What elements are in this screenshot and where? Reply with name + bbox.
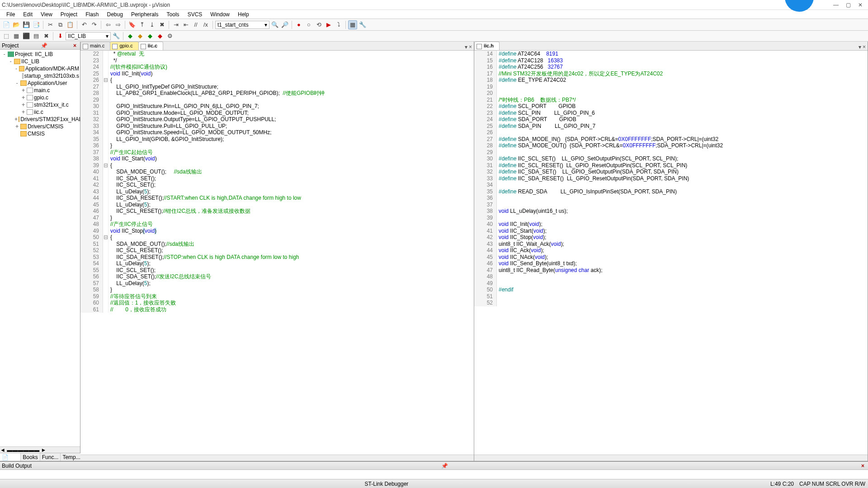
- saveall-icon[interactable]: 📑: [32, 20, 41, 29]
- save-icon[interactable]: 💾: [22, 20, 31, 29]
- tree-node[interactable]: +iic.c: [0, 108, 80, 116]
- editor-left: main.cgpio.ciic.c▾ × 22 * @retval 无23 */…: [80, 42, 474, 461]
- panel-tab[interactable]: Func...: [40, 453, 61, 461]
- translate-icon[interactable]: ⬚: [2, 32, 11, 41]
- tree-node[interactable]: +stm32f1xx_it.c: [0, 101, 80, 108]
- nav-fwd-icon[interactable]: ⇨: [113, 20, 123, 29]
- indent-icon[interactable]: ⇥: [171, 20, 180, 29]
- debug-stop-icon[interactable]: ○: [304, 20, 313, 29]
- build-output-body[interactable]: [0, 470, 868, 479]
- copy-icon[interactable]: ⧉: [56, 20, 65, 29]
- find-combo[interactable]: t1_start_cnts▾: [215, 21, 269, 29]
- tree-node[interactable]: startup_stm32f103xb.s: [0, 72, 80, 80]
- editor-tab[interactable]: iic.c: [138, 42, 163, 50]
- tabstrip-left: main.cgpio.ciic.c▾ ×: [80, 42, 474, 51]
- config-icon[interactable]: 🔧: [358, 20, 367, 29]
- tree-node[interactable]: -Project: IIC_LIB: [0, 51, 80, 58]
- project-tree[interactable]: -Project: IIC_LIB-IIC_LIB-Application/MD…: [0, 50, 80, 446]
- tree-node[interactable]: -Application/MDK-ARM: [0, 65, 80, 72]
- editor-hscroll[interactable]: [474, 455, 868, 461]
- status-cursor-pos: L:49 C:20: [770, 481, 794, 487]
- tree-node[interactable]: +gpio.c: [0, 94, 80, 101]
- new-icon[interactable]: 📄: [2, 20, 11, 29]
- manage3-icon[interactable]: ◆: [146, 32, 155, 41]
- menu-project[interactable]: Project: [57, 10, 81, 19]
- menu-svcs[interactable]: SVCS: [184, 10, 206, 19]
- uncomment-icon[interactable]: /x: [201, 20, 210, 29]
- tree-node[interactable]: -Application/User: [0, 80, 80, 87]
- find-in-files-icon[interactable]: 🔎: [280, 20, 289, 29]
- statusbar: ST-Link Debugger L:49 C:20 CAP NUM SCRL …: [0, 479, 868, 488]
- panel-pin-icon[interactable]: 📌: [441, 463, 448, 469]
- toolbar-build: ⬚ ▦ ⬛ ▤ ✖ ⬇ IIC_LIB▾ 🔧 ◆ ◆ ◆ ◆ ⚙: [0, 31, 868, 42]
- project-panel-title: Project: [2, 42, 19, 49]
- tree-hscroll[interactable]: ◄ ▬▬▬▬▬▬ ►: [0, 446, 80, 453]
- build-output-panel: Build Output 📌 ×: [0, 461, 868, 479]
- editor-tab[interactable]: gpio.c: [110, 42, 138, 50]
- panel-close-icon[interactable]: ×: [71, 42, 78, 49]
- bookmark-icon[interactable]: 🔖: [127, 20, 137, 29]
- paste-icon[interactable]: 📋: [66, 20, 75, 29]
- panel-tab[interactable]: Books: [21, 453, 40, 461]
- menu-tools[interactable]: Tools: [163, 10, 183, 19]
- tree-node[interactable]: +Drivers/CMSIS: [0, 123, 80, 130]
- panel-tab[interactable]: Temp...: [61, 453, 82, 461]
- options-icon[interactable]: 🔧: [112, 32, 121, 41]
- close-button[interactable]: ✕: [858, 2, 863, 8]
- menu-debug[interactable]: Debug: [104, 10, 127, 19]
- menu-window[interactable]: Window: [207, 10, 233, 19]
- menu-peripherals[interactable]: Peripherals: [127, 10, 162, 19]
- debug-run-icon[interactable]: ▶: [324, 20, 333, 29]
- bookmark-next-icon[interactable]: ⤓: [147, 20, 156, 29]
- batch-build-icon[interactable]: ▤: [32, 32, 41, 41]
- max-button[interactable]: ▢: [846, 2, 851, 8]
- code-editor-left[interactable]: 22 * @retval 无23 */24//(软件模拟IIC通信协议)25vo…: [80, 51, 474, 455]
- window-layout-icon[interactable]: ▦: [348, 20, 357, 29]
- nav-back-icon[interactable]: ⇦: [104, 20, 113, 29]
- manage-icon[interactable]: ◆: [126, 32, 135, 41]
- panel-close-icon[interactable]: ×: [859, 463, 866, 469]
- tree-node[interactable]: CMSIS: [0, 130, 80, 137]
- stop-build-icon[interactable]: ✖: [42, 32, 51, 41]
- comment-icon[interactable]: //: [191, 20, 200, 29]
- build-icon[interactable]: ▦: [12, 32, 21, 41]
- tree-node[interactable]: -IIC_LIB: [0, 58, 80, 65]
- menu-flash[interactable]: Flash: [82, 10, 102, 19]
- tab-dropdown-icon[interactable]: ▾ ×: [857, 44, 868, 50]
- debug-start-icon[interactable]: ●: [294, 20, 303, 29]
- bookmark-clear-icon[interactable]: ✖: [157, 20, 166, 29]
- tree-node[interactable]: +main.c: [0, 87, 80, 94]
- redo-icon[interactable]: ↷: [90, 20, 99, 29]
- project-panel: Project 📌 × -Project: IIC_LIB-IIC_LIB-Ap…: [0, 42, 80, 461]
- min-button[interactable]: —: [833, 2, 839, 8]
- editor-right: iic.h▾ × 14#define AT24C64 819115#define…: [474, 42, 868, 461]
- pack-icon[interactable]: ⚙: [165, 32, 175, 41]
- debug-reset-icon[interactable]: ⟲: [314, 20, 323, 29]
- editor-tab[interactable]: iic.h: [474, 42, 500, 50]
- editor-tab[interactable]: main.c: [80, 42, 110, 50]
- cut-icon[interactable]: ✂: [46, 20, 55, 29]
- rebuild-icon[interactable]: ⬛: [22, 32, 31, 41]
- panel-pin-icon[interactable]: 📌: [41, 42, 47, 49]
- menu-help[interactable]: Help: [234, 10, 253, 19]
- code-editor-right[interactable]: 14#define AT24C64 819115#define AT24C128…: [474, 51, 868, 455]
- menu-file[interactable]: File: [3, 10, 19, 19]
- editor-hscroll[interactable]: [80, 455, 474, 461]
- find-icon[interactable]: 🔍: [270, 20, 279, 29]
- bookmark-prev-icon[interactable]: ⤒: [137, 20, 146, 29]
- menu-view[interactable]: View: [37, 10, 56, 19]
- titlebar: C:\Users\lenovo\Desktop\IIC_LIB\MDK-ARM\…: [0, 0, 868, 10]
- tree-node[interactable]: +Drivers/STM32F1xx_HAL_Driv: [0, 116, 80, 123]
- undo-icon[interactable]: ↶: [80, 20, 89, 29]
- panel-tab[interactable]: 📄 Project: [0, 453, 21, 461]
- outdent-icon[interactable]: ⇤: [181, 20, 190, 29]
- download-icon[interactable]: ⬇: [56, 32, 65, 41]
- open-icon[interactable]: 📂: [12, 20, 21, 29]
- manage2-icon[interactable]: ◆: [136, 32, 145, 41]
- tab-dropdown-icon[interactable]: ▾ ×: [463, 44, 474, 50]
- manage4-icon[interactable]: ◆: [156, 32, 165, 41]
- status-flags: CAP NUM SCRL OVR R/W: [799, 481, 865, 487]
- target-select[interactable]: IIC_LIB▾: [66, 32, 111, 40]
- debug-step-icon[interactable]: ⤵: [334, 20, 343, 29]
- menu-edit[interactable]: Edit: [19, 10, 36, 19]
